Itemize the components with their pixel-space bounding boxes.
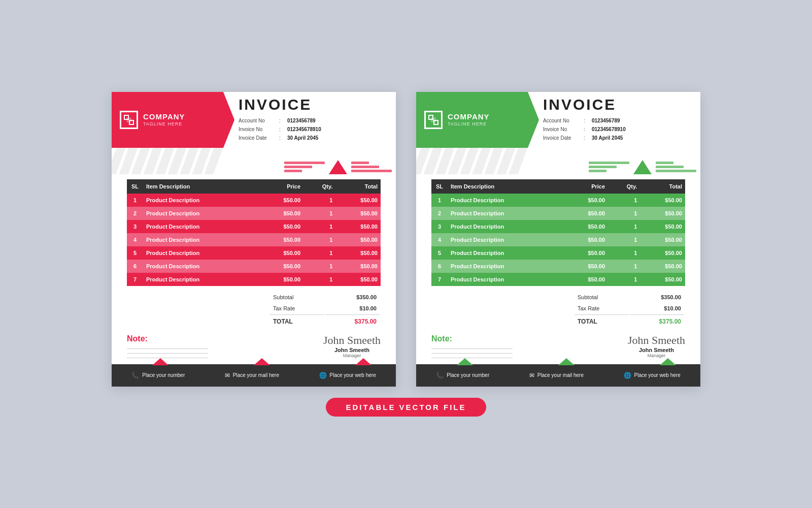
sig-script-red: John Smeeth: [323, 335, 381, 346]
cell-qty: 1: [303, 194, 335, 207]
cell-desc: Product Description: [143, 260, 258, 273]
logo-text-red: COMPANY TAGLINE HERE: [143, 113, 185, 126]
table-row: 3 Product Description $50.00 1 $50.00: [431, 220, 685, 233]
cell-sl: 6: [127, 260, 143, 273]
table-row: 4 Product Description $50.00 1 $50.00: [431, 233, 685, 246]
svg-rect-5: [431, 118, 435, 122]
cell-desc: Product Description: [143, 194, 258, 207]
cell-qty: 1: [608, 273, 640, 286]
invoice-date-label-green: Invoice Date: [543, 134, 584, 142]
cell-total: $50.00: [640, 194, 685, 207]
cell-price: $50.00: [258, 260, 303, 273]
stripe-area-red: [112, 148, 396, 174]
signature-red: John Smeeth John Smeeth Manager: [323, 335, 381, 358]
table-wrap-red: SL Item Description Price Qty. Total 1 P…: [112, 174, 396, 286]
table-wrap-green: SL Item Description Price Qty. Total 1 P…: [416, 174, 700, 286]
cell-desc: Product Description: [448, 220, 563, 233]
cell-price: $50.00: [258, 273, 303, 286]
tax-val-green: $10.00: [630, 303, 684, 313]
cell-desc: Product Description: [448, 246, 563, 260]
cell-desc: Product Description: [143, 220, 258, 233]
subtotal-row-green: Subtotal $350.00: [574, 292, 684, 302]
total-label-red: TOTAL: [270, 314, 324, 327]
cell-price: $50.00: [563, 260, 608, 273]
table-header-row-red: SL Item Description Price Qty. Total: [127, 179, 381, 194]
tax-row-red: Tax Rate $10.00: [270, 303, 380, 313]
footer-web-text-green: Place your web here: [634, 372, 681, 378]
th-sl-red: SL: [127, 179, 143, 194]
table-row: 4 Product Description $50.00 1 $50.00: [127, 233, 381, 246]
email-icon-green: ✉: [529, 372, 534, 379]
th-price-red: Price: [258, 179, 303, 194]
cell-qty: 1: [303, 207, 335, 220]
subtotal-label-red: Subtotal: [270, 292, 324, 302]
tagline-red: TAGLINE HERE: [143, 121, 185, 126]
invoice-date-row-green: Invoice Date : 30 April 2045: [543, 134, 690, 142]
cell-desc: Product Description: [143, 246, 258, 260]
cell-total: $50.00: [640, 273, 685, 286]
account-no-label-green: Account No: [543, 116, 584, 125]
footer-email-text-green: Place your mail here: [537, 372, 584, 378]
invoice-no-label-red: Invoice No: [239, 125, 279, 134]
invoice-title-green: INVOICE: [543, 97, 690, 112]
cell-total: $50.00: [640, 233, 685, 246]
cell-desc: Product Description: [448, 194, 563, 207]
cell-qty: 1: [608, 194, 640, 207]
th-desc-green: Item Description: [448, 179, 563, 194]
logo-block-red: COMPANY TAGLINE HERE: [112, 92, 223, 148]
phone-icon-red: 📞: [131, 372, 139, 379]
cell-qty: 1: [303, 273, 335, 286]
table-header-row-green: SL Item Description Price Qty. Total: [431, 179, 685, 194]
svg-rect-2: [127, 118, 131, 122]
table-row: 7 Product Description $50.00 1 $50.00: [127, 273, 381, 286]
table-row: 2 Product Description $50.00 1 $50.00: [127, 207, 381, 220]
tax-val-red: $10.00: [325, 303, 380, 313]
invoice-date-label-red: Invoice Date: [239, 134, 279, 142]
invoice-table-green: SL Item Description Price Qty. Total 1 P…: [431, 179, 685, 286]
tax-row-green: Tax Rate $10.00: [574, 303, 684, 313]
v-shape-green: [633, 160, 652, 174]
cell-sl: 2: [127, 207, 143, 220]
total-val-green: $375.00: [630, 314, 684, 327]
cell-qty: 1: [608, 233, 640, 246]
web-icon-red: 🌐: [319, 372, 327, 379]
sig-name-red: John Smeeth: [323, 347, 381, 353]
header-right-red: INVOICE Account No : 0123456789 Invoice …: [223, 92, 396, 148]
subtotal-val-red: $350.00: [325, 292, 380, 302]
cell-sl: 4: [431, 233, 448, 246]
header-right-green: INVOICE Account No : 0123456789 Invoice …: [528, 92, 700, 148]
cell-total: $50.00: [335, 220, 381, 233]
cell-total: $50.00: [335, 207, 381, 220]
cell-sl: 3: [431, 220, 448, 233]
note-section-red: Note:: [127, 334, 208, 358]
footer-phone-red: 📞 Place your number: [131, 372, 185, 379]
cell-price: $50.00: [258, 194, 303, 207]
cell-total: $50.00: [640, 220, 685, 233]
tax-label-green: Tax Rate: [574, 303, 629, 313]
logo-block-green: COMPANY TAGLINE HERE: [416, 92, 528, 148]
cell-total: $50.00: [335, 246, 381, 260]
cell-sl: 5: [431, 246, 448, 260]
cell-total: $50.00: [335, 273, 381, 286]
table-row: 5 Product Description $50.00 1 $50.00: [127, 246, 381, 260]
cell-desc: Product Description: [448, 207, 563, 220]
cell-desc: Product Description: [143, 273, 258, 286]
footer-phone-text-green: Place your number: [447, 372, 489, 378]
footer-web-green: 🌐 Place your web here: [624, 372, 681, 379]
account-no-val-green: 0123456789: [592, 116, 620, 125]
cell-sl: 3: [127, 220, 143, 233]
cell-desc: Product Description: [143, 207, 258, 220]
th-total-green: Total: [640, 179, 685, 194]
invoice-date-val-green: 30 April 2045: [592, 134, 623, 142]
cell-price: $50.00: [563, 220, 608, 233]
stripe-accent-green: [589, 160, 700, 174]
cell-sl: 1: [431, 194, 448, 207]
total-label-green: TOTAL: [574, 314, 629, 327]
total-val-red: $375.00: [325, 314, 380, 327]
cell-price: $50.00: [563, 233, 608, 246]
sig-title-red: Manager: [323, 353, 381, 358]
company-name-green: COMPANY: [448, 113, 490, 121]
cell-qty: 1: [303, 260, 335, 273]
logo-text-green: COMPANY TAGLINE HERE: [448, 113, 490, 126]
invoices-row: COMPANY TAGLINE HERE INVOICE Account No …: [112, 92, 700, 387]
